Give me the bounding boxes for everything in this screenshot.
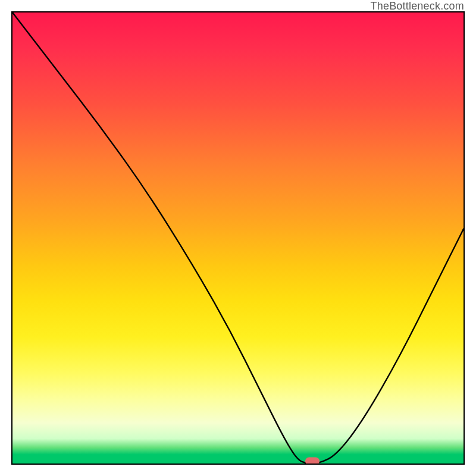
chart-frame xyxy=(11,11,465,465)
optimal-point-marker xyxy=(305,458,320,465)
attribution-text: TheBottleneck.com xyxy=(371,0,464,12)
bottleneck-curve xyxy=(12,12,464,464)
bottleneck-curve-path xyxy=(12,12,464,464)
